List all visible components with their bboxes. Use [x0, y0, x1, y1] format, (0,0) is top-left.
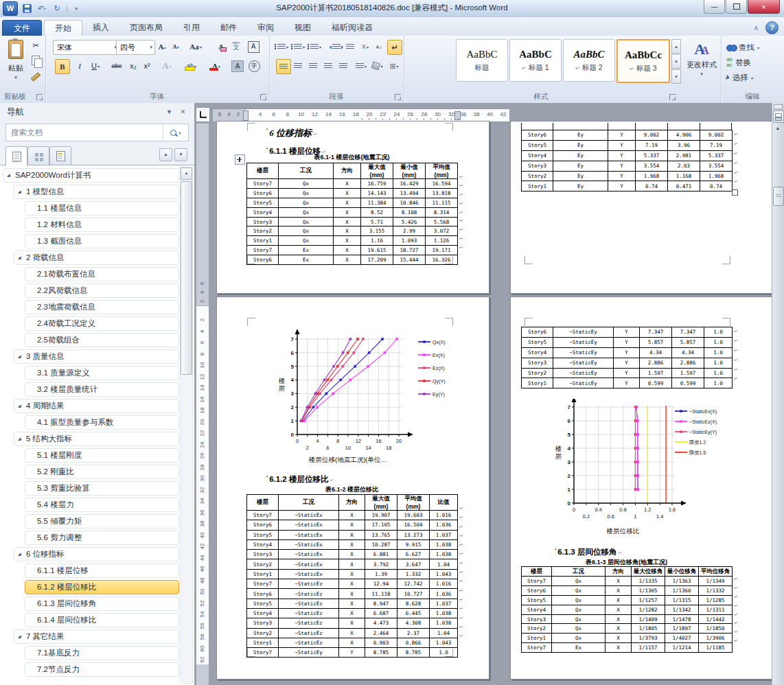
search-button[interactable]: ▾: [163, 124, 188, 141]
italic-button[interactable]: I: [73, 59, 87, 73]
phonetic-guide-button[interactable]: wén文: [229, 38, 243, 52]
font-dialog-launcher[interactable]: [260, 94, 266, 100]
highlight-color-button[interactable]: ab▾: [183, 59, 200, 73]
nav-item[interactable]: 5.3 剪重比验算: [25, 481, 179, 496]
help-icon[interactable]: ?: [765, 21, 779, 34]
nav-scroll-thumb[interactable]: [181, 181, 192, 375]
styles-scroll-down-button[interactable]: ▼: [671, 54, 681, 69]
enclose-characters-button[interactable]: 字: [247, 59, 261, 73]
nav-item[interactable]: ◢1 模型信息: [14, 185, 179, 199]
nav-item[interactable]: 2.1荷载布置信息: [25, 267, 179, 281]
paragraph-dialog-launcher[interactable]: [395, 94, 401, 100]
tab-browse-headings[interactable]: [5, 146, 27, 167]
nav-item[interactable]: 5.1 楼层刚度: [25, 448, 179, 463]
expand-icon[interactable]: ◢: [18, 630, 21, 643]
search-input[interactable]: [6, 128, 163, 137]
tab-stop-selector[interactable]: [196, 107, 210, 122]
tab-page-layout[interactable]: 页面布局: [119, 20, 173, 36]
document-scrollbar[interactable]: ▲: [772, 103, 784, 685]
maximize-button[interactable]: [726, 0, 747, 14]
styles-dialog-launcher[interactable]: [669, 94, 676, 100]
nav-item[interactable]: ◢SAP2000Word计算书: [3, 168, 179, 183]
copy-button[interactable]: [29, 54, 43, 67]
nav-item[interactable]: ◢7 其它结果: [14, 629, 179, 644]
nav-item[interactable]: 1.2 材料信息: [25, 218, 179, 232]
nav-scroll-up-icon[interactable]: ▲: [181, 167, 192, 180]
clear-formatting-button[interactable]: A: [214, 40, 228, 54]
tab-insert[interactable]: 插入: [82, 20, 119, 36]
cut-button[interactable]: ✂: [29, 38, 43, 52]
page-4[interactable]: Story6~StaticEyY7.3477.3471.0Story5~Stat…: [510, 297, 783, 680]
nav-item[interactable]: 6.1.3 层间位移角: [25, 596, 179, 611]
text-effects-button[interactable]: A▾: [158, 59, 176, 73]
page-2[interactable]: Story6EyY9.0024.9069.002Story5EyY7.193.9…: [510, 121, 783, 294]
page-1[interactable]: ▪6 位移指标↵ ▪6.1.1 楼层位移↵ 表6.1-1 楼层位移(地震工况) …: [216, 121, 489, 294]
expand-icon[interactable]: ◢: [18, 251, 21, 264]
previous-heading-button[interactable]: ▲: [159, 148, 172, 161]
align-right-button[interactable]: [306, 59, 320, 73]
distribute-button[interactable]: [336, 59, 350, 73]
align-left-button[interactable]: [276, 59, 291, 74]
tab-view[interactable]: 视图: [284, 20, 321, 36]
table-move-handle[interactable]: [235, 154, 245, 165]
tab-home[interactable]: 开始: [44, 20, 82, 36]
font-color-button[interactable]: A▾: [207, 59, 225, 73]
split-window-handle[interactable]: [774, 104, 783, 110]
replace-button[interactable]: abac 替换: [726, 56, 751, 69]
font-size-dropdown-icon[interactable]: ▾: [150, 45, 152, 50]
superscript-button[interactable]: x²: [140, 59, 154, 73]
asian-layout-button[interactable]: X▾: [358, 40, 372, 54]
format-painter-button[interactable]: [29, 70, 43, 84]
minimize-button[interactable]: —: [704, 0, 725, 14]
tab-references[interactable]: 引用: [173, 20, 210, 36]
navigation-close-icon[interactable]: ×: [177, 106, 189, 118]
find-button[interactable]: 查找 ▾: [726, 41, 759, 54]
nav-item[interactable]: 2.3地震荷载信息: [25, 300, 179, 314]
nav-item[interactable]: 2.4荷载工况定义: [25, 316, 179, 331]
nav-item[interactable]: 6.1.2 楼层位移比: [25, 580, 179, 594]
next-heading-button[interactable]: ▼: [174, 148, 187, 161]
align-center-button[interactable]: [291, 59, 305, 73]
subscript-button[interactable]: x₂: [126, 59, 140, 73]
close-button[interactable]: ×: [748, 0, 780, 14]
multilevel-list-button[interactable]: ▾: [309, 40, 323, 54]
shrink-font-button[interactable]: A▾: [169, 40, 183, 54]
expand-icon[interactable]: ◢: [18, 185, 21, 198]
table-resize-handle[interactable]: [732, 189, 738, 196]
vertical-ruler[interactable]: 642 246810121416182022242628303234363840…: [196, 124, 209, 685]
tab-mailings[interactable]: 邮件: [210, 20, 247, 36]
expand-icon[interactable]: ◢: [18, 399, 21, 413]
nav-item[interactable]: 7.1基底反力: [25, 646, 179, 660]
show-hide-marks-button[interactable]: ↵: [387, 40, 402, 55]
underline-button[interactable]: U▾: [87, 59, 104, 73]
change-styles-button[interactable]: AA 更改样式 ▾: [684, 41, 719, 77]
character-shading-button[interactable]: A: [231, 59, 244, 73]
navigation-scrollbar[interactable]: ▲: [180, 167, 193, 684]
expand-icon[interactable]: ◢: [18, 350, 21, 363]
nav-item[interactable]: 1.1 楼层信息: [25, 201, 179, 216]
borders-button[interactable]: ⊞▾: [387, 59, 401, 73]
style-heading-1[interactable]: AaBbC ↵ 标题 1: [509, 39, 562, 82]
paste-button[interactable]: 粘贴 ▾: [4, 40, 27, 92]
tab-review[interactable]: 审阅: [247, 20, 284, 36]
shading-button[interactable]: ▾: [371, 59, 384, 73]
style-heading-2[interactable]: AaBbC ↵ 标题 2: [563, 39, 615, 82]
style-heading-3[interactable]: AaBbCc ↵ 标题 3: [616, 39, 670, 83]
scroll-thumb[interactable]: [773, 187, 784, 206]
numbering-button[interactable]: ▾: [292, 40, 306, 54]
nav-item[interactable]: 2.5荷载组合: [25, 333, 179, 347]
tab-browse-results[interactable]: [49, 146, 71, 166]
nav-item[interactable]: ◢4 周期结果: [14, 399, 179, 413]
nav-item[interactable]: 6.1.4 层间位移比: [25, 613, 179, 627]
expand-icon[interactable]: ◢: [7, 169, 10, 182]
nav-item[interactable]: 3.1 质量源定义: [25, 366, 179, 380]
bold-button[interactable]: B: [55, 59, 70, 74]
increase-indent-button[interactable]: [343, 40, 357, 54]
navigation-options-icon[interactable]: ▼: [163, 106, 175, 118]
sort-button[interactable]: A↓: [372, 40, 386, 54]
character-border-button[interactable]: A: [246, 40, 260, 54]
nav-item[interactable]: 1.3 截面信息: [25, 234, 179, 248]
tab-file[interactable]: 文件: [2, 20, 42, 37]
minimize-ribbon-icon[interactable]: ∧: [754, 24, 759, 32]
expand-icon[interactable]: ◢: [18, 432, 21, 445]
